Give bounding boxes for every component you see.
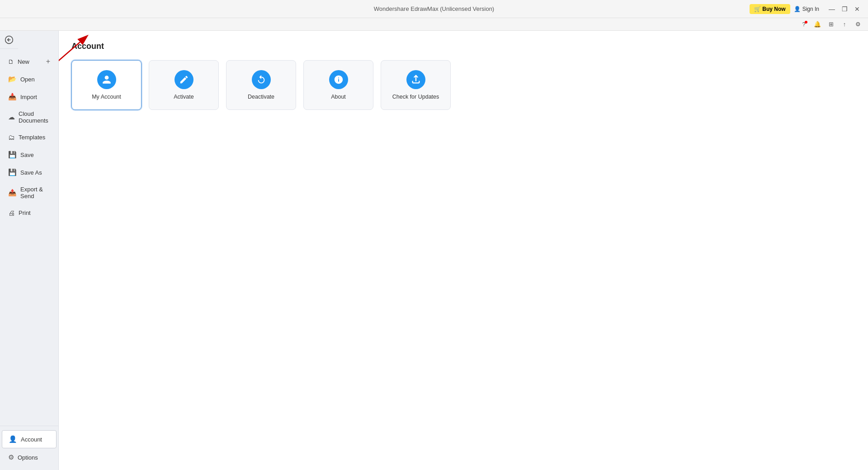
account-icon: 👤 xyxy=(9,435,17,443)
share-icon[interactable]: ↑ xyxy=(840,20,849,29)
sidebar-label-cloud: Cloud Documents xyxy=(19,110,50,124)
sidebar-top: 🗋 New + 📂 Open 📥 Import ☁ Cloud Document… xyxy=(0,49,58,426)
open-icon: 📂 xyxy=(8,75,17,83)
sidebar-item-cloud-documents[interactable]: ☁ Cloud Documents xyxy=(2,106,57,128)
sidebar-label-import: Import xyxy=(20,94,37,100)
import-icon: 📥 xyxy=(8,93,17,101)
sidebar-item-import[interactable]: 📥 Import xyxy=(2,88,57,105)
page-title: Account xyxy=(71,42,855,51)
sidebar-item-templates[interactable]: 🗂 Templates xyxy=(2,129,57,146)
sidebar-item-save[interactable]: 💾 Save xyxy=(2,146,57,163)
sidebar-label-export: Export & Send xyxy=(20,186,50,199)
card-label-my-account: My Account xyxy=(92,94,121,100)
card-about[interactable]: About xyxy=(303,60,373,110)
title-bar-right: 🛒 Buy Now 👤 Sign In — ❐ ✕ xyxy=(750,4,863,14)
sidebar-label-open: Open xyxy=(20,76,35,83)
card-check-updates[interactable]: Check for Updates xyxy=(381,60,451,110)
sidebar-label-save: Save xyxy=(20,152,34,158)
card-label-activate: Activate xyxy=(174,94,193,100)
sidebar-bottom: 👤 Account ⚙ Options xyxy=(0,426,58,470)
sidebar-label-options: Options xyxy=(18,454,38,461)
sidebar-item-print[interactable]: 🖨 Print xyxy=(2,204,57,221)
deactivate-icon xyxy=(252,70,271,89)
card-label-check-updates: Check for Updates xyxy=(392,94,439,100)
minimize-button[interactable]: — xyxy=(826,4,837,14)
help-icon[interactable]: ? xyxy=(799,20,808,29)
close-button[interactable]: ✕ xyxy=(852,4,863,14)
check-updates-icon xyxy=(406,70,425,89)
options-icon: ⚙ xyxy=(8,453,14,461)
card-my-account[interactable]: My Account xyxy=(71,60,142,110)
sidebar-label-account: Account xyxy=(21,436,42,443)
title-bar: Wondershare EdrawMax (Unlicensed Version… xyxy=(0,0,868,18)
sidebar-item-open[interactable]: 📂 Open xyxy=(2,71,57,88)
new-plus-icon: + xyxy=(46,57,50,66)
my-account-icon xyxy=(97,70,116,89)
save-as-icon: 💾 xyxy=(8,168,17,176)
sidebar-item-save-as[interactable]: 💾 Save As xyxy=(2,164,57,181)
new-icon: 🗋 xyxy=(8,58,14,65)
sidebar-item-options[interactable]: ⚙ Options xyxy=(2,449,57,466)
cards-grid: My Account Activate Deactivate xyxy=(71,60,855,110)
sidebar-item-new[interactable]: 🗋 New + xyxy=(2,53,57,70)
sidebar-item-export-send[interactable]: 📤 Export & Send xyxy=(2,181,57,204)
buy-now-button[interactable]: 🛒 Buy Now xyxy=(750,4,790,14)
sidebar: 🗋 New + 📂 Open 📥 Import ☁ Cloud Document… xyxy=(0,31,59,470)
app-title: Wondershare EdrawMax (Unlicensed Version… xyxy=(374,5,494,12)
card-activate[interactable]: Activate xyxy=(149,60,219,110)
main-layout: 🗋 New + 📂 Open 📥 Import ☁ Cloud Document… xyxy=(0,31,868,470)
community-icon[interactable]: ⊞ xyxy=(826,20,835,29)
print-icon: 🖨 xyxy=(8,209,15,217)
user-icon: 👤 xyxy=(794,6,801,12)
toolbar-row: ? 🔔 ⊞ ↑ ⚙ xyxy=(0,18,868,31)
templates-icon: 🗂 xyxy=(8,133,15,141)
save-icon: 💾 xyxy=(8,151,17,159)
sidebar-label-templates: Templates xyxy=(19,134,45,141)
sidebar-label-new: New xyxy=(18,58,29,65)
content-area: Account My Account Activate xyxy=(59,31,868,470)
card-deactivate[interactable]: Deactivate xyxy=(226,60,296,110)
window-controls: — ❐ ✕ xyxy=(826,4,863,14)
back-button[interactable] xyxy=(0,31,18,49)
card-label-about: About xyxy=(331,94,346,100)
maximize-button[interactable]: ❐ xyxy=(839,4,850,14)
notification-icon[interactable]: 🔔 xyxy=(813,20,822,29)
sign-in-button[interactable]: 👤 Sign In xyxy=(794,6,819,12)
sidebar-item-account[interactable]: 👤 Account xyxy=(2,430,57,448)
export-icon: 📤 xyxy=(8,189,17,197)
about-icon xyxy=(329,70,348,89)
card-label-deactivate: Deactivate xyxy=(248,94,274,100)
cloud-icon: ☁ xyxy=(8,113,15,121)
settings-icon[interactable]: ⚙ xyxy=(854,20,863,29)
activate-icon xyxy=(175,70,193,89)
sidebar-label-print: Print xyxy=(19,209,31,216)
sidebar-label-save-as: Save As xyxy=(20,169,42,176)
